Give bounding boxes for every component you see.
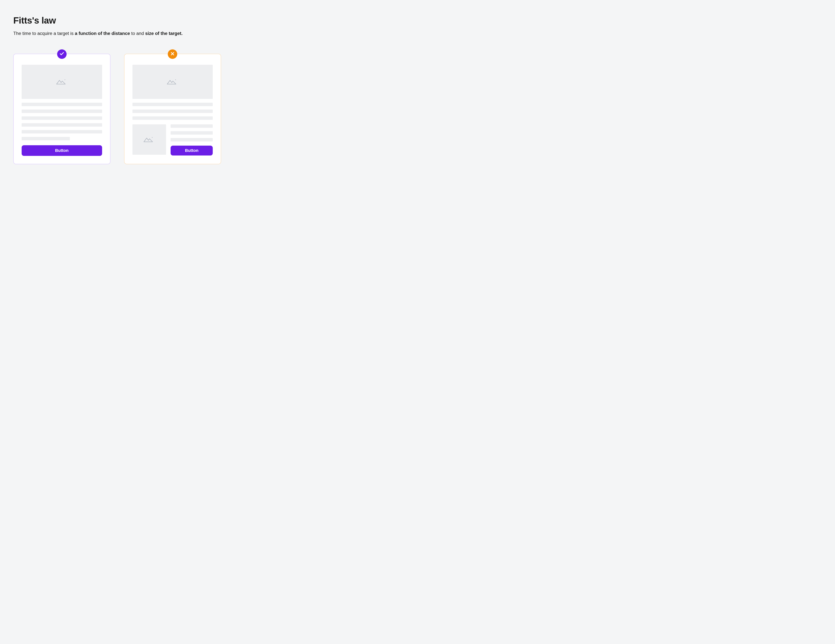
text-placeholder-block: [132, 103, 213, 120]
page-subtitle: The time to acquire a target is a functi…: [13, 30, 221, 37]
text-placeholder-line: [171, 131, 213, 135]
svg-point-0: [65, 80, 65, 80]
cta-button-bad[interactable]: Button: [171, 146, 213, 156]
image-placeholder: [22, 65, 102, 99]
text-placeholder-line: [22, 130, 102, 133]
mountain-icon: [56, 78, 68, 86]
text-placeholder-line: [132, 109, 213, 113]
text-placeholder-line: [22, 109, 102, 113]
examples-row: Button: [13, 54, 221, 164]
text-placeholder-line: [22, 103, 102, 106]
text-placeholder-line: [171, 124, 213, 128]
split-left: [132, 124, 166, 156]
subtitle-part2: to and: [130, 31, 145, 36]
example-card-good: Button: [13, 54, 110, 164]
page-title: Fitts's law: [13, 15, 221, 26]
text-placeholder-line: [22, 137, 70, 140]
cross-icon: [170, 51, 175, 57]
split-row: Button: [132, 124, 213, 156]
cross-badge: [168, 49, 177, 59]
text-placeholder-line: [132, 103, 213, 106]
cta-button-good[interactable]: Button: [22, 145, 102, 156]
image-placeholder: [132, 65, 213, 99]
text-placeholder-block: [22, 103, 102, 140]
example-card-bad: Button: [124, 54, 221, 164]
mountain-icon: [166, 78, 179, 86]
subtitle-bold2: size of the target.: [145, 31, 183, 36]
check-icon: [59, 51, 64, 57]
subtitle-part1: The time to acquire a target is: [13, 31, 75, 36]
subtitle-bold1: a function of the distance: [75, 31, 130, 36]
image-placeholder-small: [132, 124, 166, 155]
mountain-icon: [143, 135, 155, 144]
check-badge: [57, 49, 67, 59]
text-placeholder-line: [171, 138, 213, 141]
split-right: Button: [171, 124, 213, 156]
text-placeholder-line: [22, 116, 102, 120]
text-placeholder-line: [132, 116, 213, 120]
svg-point-3: [175, 80, 176, 80]
text-placeholder-line: [22, 123, 102, 127]
svg-point-4: [152, 137, 153, 138]
